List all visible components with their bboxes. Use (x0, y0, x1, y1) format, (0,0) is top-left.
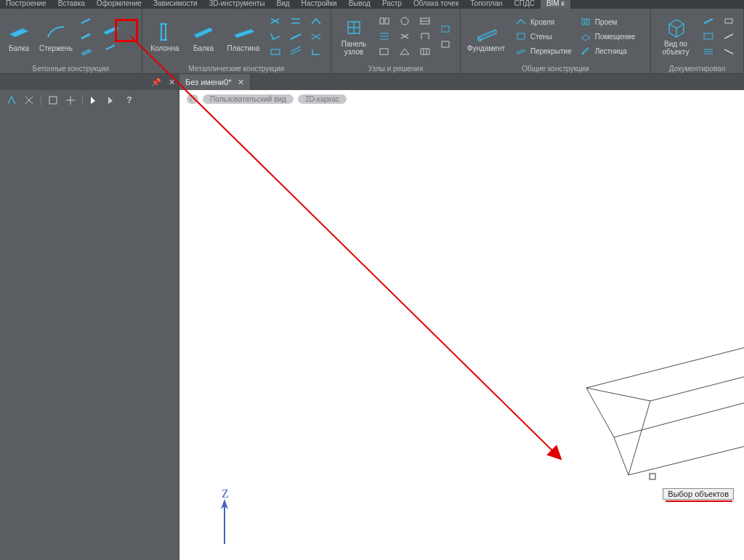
metal-small-7[interactable] (308, 15, 324, 28)
svg-rect-13 (650, 474, 655, 479)
nodes-small-9[interactable] (417, 45, 433, 58)
metal-beam-button[interactable]: Балка (187, 14, 219, 59)
metal-plate-button[interactable]: Пластина (224, 14, 263, 59)
doc-small-5[interactable] (721, 30, 737, 43)
metal-small-8[interactable] (308, 30, 324, 43)
stair-label: Лестница (595, 47, 627, 55)
top-tab[interactable]: Зависимости (147, 0, 203, 9)
foundation-button[interactable]: Фундамент (465, 14, 507, 59)
concrete-beam-button[interactable]: Балка (4, 14, 33, 59)
svg-rect-3 (380, 49, 388, 54)
slab-label: Перекрытие (530, 47, 572, 55)
divider (82, 95, 83, 105)
doc-small-6[interactable] (721, 45, 737, 58)
panel-metal-title: Металлические конструкции (142, 64, 331, 73)
concrete-small-1[interactable] (78, 15, 94, 28)
side-tool-2[interactable] (23, 94, 35, 106)
metal-small-1[interactable] (267, 15, 283, 28)
drawing-viewport[interactable]: ‹ Пользовательский вид 2D-каркас (179, 90, 744, 560)
top-tab[interactable]: СПДС (508, 0, 540, 9)
doc-small-1[interactable] (700, 15, 716, 28)
concrete-small-bot[interactable] (103, 41, 119, 54)
metal-small-2[interactable] (267, 30, 283, 43)
document-tab-close-icon[interactable]: ✕ (238, 78, 244, 87)
side-tool-1[interactable] (6, 94, 17, 106)
top-tab[interactable]: Построение (0, 0, 52, 9)
nodes-small-5[interactable] (397, 30, 413, 43)
nodes-small-4[interactable] (397, 15, 413, 28)
nodes-small-1[interactable] (376, 15, 392, 28)
metal-small-9[interactable] (308, 45, 324, 58)
nodes-small-2[interactable] (376, 30, 392, 43)
doc-small-3[interactable] (700, 45, 716, 58)
metal-small-4[interactable] (288, 15, 304, 28)
opening-button[interactable]: Проем (579, 16, 636, 28)
doc-small-2[interactable] (700, 30, 716, 43)
top-tab[interactable]: Вывод (343, 0, 376, 9)
nodes-small-8[interactable] (417, 30, 433, 43)
nodes-small-11[interactable] (437, 38, 453, 51)
metal-beam-label: Балка (193, 44, 214, 52)
nodes-small-7[interactable] (417, 15, 433, 28)
roof-button[interactable]: Кровля (514, 16, 572, 28)
side-tool-4[interactable] (65, 94, 76, 106)
compass-z-axis: Z (206, 487, 249, 553)
pin-icon[interactable]: 📌 (151, 78, 161, 87)
column-icon (154, 21, 176, 43)
svg-rect-7 (442, 41, 449, 47)
nodes-small-3[interactable] (376, 45, 392, 58)
document-tab[interactable]: Без имени0* ✕ (179, 74, 251, 90)
room-icon (579, 31, 592, 42)
side-tool-3[interactable] (47, 94, 59, 106)
concrete-small-2[interactable] (78, 30, 94, 43)
top-tab[interactable]: BIM к (541, 0, 570, 9)
concrete-small-3[interactable] (78, 45, 94, 58)
doc-small-4[interactable] (721, 15, 737, 28)
metal-small-6[interactable] (288, 45, 304, 58)
cube-icon (665, 17, 687, 38)
concrete-highlight-top[interactable] (100, 20, 122, 38)
roof-icon (514, 16, 527, 28)
panel-general: Фундамент Кровля Стены Перекрытие Проем … (461, 9, 651, 73)
close-pane-icon[interactable]: ✕ (169, 78, 175, 87)
slab-button[interactable]: Перекрытие (514, 45, 572, 57)
metal-small-5[interactable] (288, 30, 304, 43)
top-tab[interactable]: Оформление (91, 0, 147, 9)
top-tab[interactable]: Топоплан (464, 0, 508, 9)
nodes-small-10[interactable] (437, 23, 453, 36)
top-tab[interactable]: Настройки (296, 0, 343, 9)
tooltip-select-objects: Выбор объектов (663, 488, 734, 500)
panel-concrete: Балка Стержень Бетонные конструкции (0, 9, 142, 73)
room-label: Помещение (595, 33, 636, 41)
divider (41, 95, 41, 105)
top-tab[interactable]: Облака точек (408, 0, 464, 9)
left-sidebar: ? (0, 90, 179, 560)
side-tool-6[interactable] (106, 94, 118, 106)
tooltip-underline (666, 500, 732, 502)
metal-small-3[interactable] (267, 45, 283, 58)
svg-rect-1 (380, 18, 384, 24)
top-tab[interactable]: Вид (271, 0, 296, 9)
room-button[interactable]: Помещение (579, 31, 636, 42)
workspace: ? ‹ Пользовательский вид 2D-каркас (0, 90, 744, 560)
svg-rect-2 (385, 18, 389, 24)
compass-label: Z (222, 487, 229, 500)
left-pane-header: 📌 ✕ (0, 74, 179, 90)
concrete-rod-button[interactable]: Стержень (38, 14, 74, 59)
view-by-object-button[interactable]: Вид по объекту (655, 14, 696, 59)
nodes-small-6[interactable] (397, 45, 413, 58)
top-tab-strip: Построение Вставка Оформление Зависимост… (0, 0, 744, 9)
side-tool-help-icon[interactable]: ? (124, 94, 135, 106)
top-tab[interactable]: 3D-инструменты (203, 0, 271, 9)
top-tab[interactable]: Вставка (52, 0, 91, 9)
top-tab[interactable]: Растр (376, 0, 408, 9)
svg-rect-10 (584, 20, 587, 23)
walls-button[interactable]: Стены (514, 31, 572, 42)
metal-column-button[interactable]: Колонна (147, 14, 183, 59)
foundation-label: Фундамент (467, 44, 505, 52)
stair-button[interactable]: Лестница (579, 45, 636, 57)
side-tool-5[interactable] (89, 94, 100, 106)
concrete-rod-label: Стержень (39, 44, 73, 52)
nodes-panel-button[interactable]: Панель узлов (336, 14, 372, 59)
metal-beam-icon (193, 21, 214, 43)
